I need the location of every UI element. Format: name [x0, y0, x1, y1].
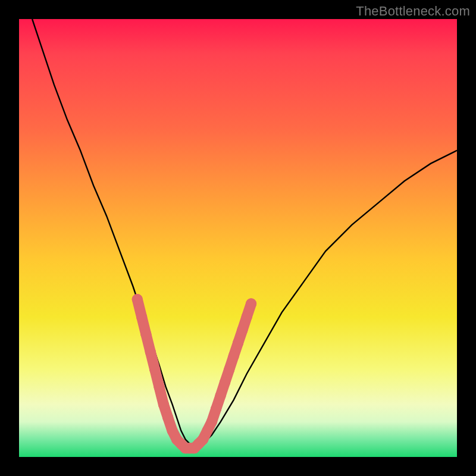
watermark-text: TheBottleneck.com	[356, 4, 470, 19]
marker-dot	[242, 312, 252, 322]
chart-frame: TheBottleneck.com	[0, 0, 476, 476]
marker-dot	[140, 329, 151, 340]
marker-dot	[211, 403, 221, 414]
marker-dot	[246, 298, 256, 309]
marker-dot	[224, 364, 234, 375]
marker-dot	[220, 377, 230, 388]
marker-dot	[162, 412, 173, 423]
marker-dot	[206, 416, 217, 427]
plot-area	[19, 19, 457, 457]
marker-dot	[145, 346, 156, 357]
marker-dot	[215, 390, 226, 401]
marker-dot	[136, 312, 147, 322]
marker-dot	[233, 338, 243, 349]
marker-dot	[158, 399, 169, 410]
curve-layer	[19, 19, 457, 457]
marker-dot	[149, 364, 160, 375]
marker-dot	[154, 381, 165, 392]
bottleneck-curve	[32, 19, 457, 448]
marker-dot	[237, 325, 248, 336]
marker-band	[132, 294, 256, 453]
marker-dot	[228, 351, 239, 362]
marker-dot	[132, 294, 143, 305]
